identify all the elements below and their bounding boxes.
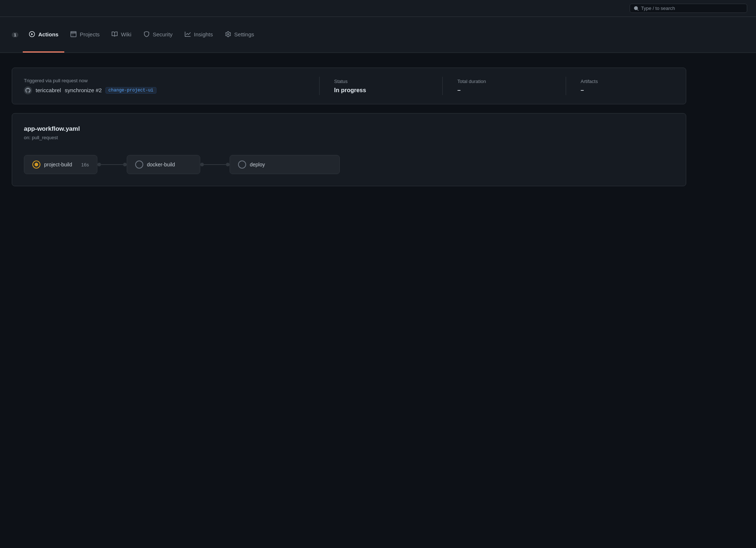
search-box[interactable]: Type / to search — [630, 4, 747, 13]
nav-tabs: 1 Actions Projects Wiki — [0, 17, 756, 53]
tab-security-label: Security — [153, 31, 173, 37]
search-icon — [634, 6, 639, 11]
connector-dot-right-2 — [226, 163, 230, 166]
actor-name: tericcabrel — [36, 87, 61, 93]
workflow-trigger: on: pull_request — [24, 135, 674, 140]
status-label: Status — [334, 79, 428, 84]
job-duration-project-build: 16s — [81, 162, 89, 167]
connector-dot-left-2 — [200, 163, 204, 166]
duration-value: – — [457, 87, 551, 94]
artifacts-label: Artifacts — [581, 79, 674, 84]
shield-icon — [143, 31, 150, 37]
connector-dot-left-1 — [97, 163, 101, 166]
tab-wiki-label: Wiki — [121, 31, 131, 37]
branch-tag[interactable]: change-project-ui — [105, 87, 156, 94]
workflow-filename: app-workflow.yaml — [24, 125, 674, 133]
table-icon — [70, 31, 77, 37]
connector-1 — [97, 163, 127, 166]
duration-label: Total duration — [457, 79, 551, 84]
job-node-deploy[interactable]: deploy — [230, 155, 340, 174]
connector-dot-right-1 — [123, 163, 127, 166]
tab-insights-label: Insights — [194, 31, 213, 37]
graph-icon — [184, 31, 191, 37]
job-node-project-build[interactable]: project-build 16s — [24, 155, 97, 174]
trigger-label: Triggered via pull request now — [24, 78, 305, 83]
actor-avatar — [24, 86, 32, 94]
status-section: Status In progress — [334, 79, 428, 94]
tab-settings-label: Settings — [234, 31, 254, 37]
connector-2 — [200, 163, 230, 166]
job-status-icon-deploy — [238, 161, 246, 169]
tab-settings[interactable]: Settings — [219, 17, 260, 53]
search-placeholder: Type / to search — [641, 6, 675, 11]
job-node-docker-build[interactable]: docker-build — [127, 155, 200, 174]
job-status-icon-docker-build — [135, 161, 143, 169]
actor-action: synchronize #2 — [65, 87, 102, 93]
nav-badge: 1 — [12, 32, 18, 37]
artifacts-value: – — [581, 87, 674, 94]
tab-projects-label: Projects — [80, 31, 100, 37]
artifacts-section: Artifacts – — [581, 79, 674, 94]
job-name-project-build: project-build — [44, 162, 78, 167]
status-value: In progress — [334, 87, 428, 94]
play-circle-icon — [29, 31, 35, 37]
tab-projects[interactable]: Projects — [64, 17, 105, 53]
trigger-details: tericcabrel synchronize #2 change-projec… — [24, 86, 305, 94]
run-trigger-section: Triggered via pull request now tericcabr… — [24, 78, 305, 94]
gear-icon — [225, 31, 231, 37]
top-bar: Type / to search — [0, 0, 756, 17]
job-pipeline: project-build 16s docker-build — [24, 155, 674, 174]
tab-actions[interactable]: Actions — [23, 17, 64, 53]
job-status-icon-project-build — [32, 161, 40, 169]
divider-3 — [566, 77, 566, 95]
tab-insights[interactable]: Insights — [179, 17, 219, 53]
job-name-docker-build: docker-build — [147, 162, 192, 167]
run-info-card: Triggered via pull request now tericcabr… — [12, 68, 686, 104]
divider-1 — [319, 77, 320, 95]
connector-line-2 — [204, 164, 226, 165]
book-icon — [111, 31, 118, 37]
main-content: Triggered via pull request now tericcabr… — [0, 53, 698, 201]
job-name-deploy: deploy — [250, 162, 331, 167]
tab-wiki[interactable]: Wiki — [105, 17, 137, 53]
tab-actions-label: Actions — [38, 31, 58, 37]
tab-security[interactable]: Security — [137, 17, 179, 53]
workflow-card: app-workflow.yaml on: pull_request proje… — [12, 113, 686, 186]
duration-section: Total duration – — [457, 79, 551, 94]
connector-line-1 — [101, 164, 123, 165]
divider-2 — [442, 77, 443, 95]
